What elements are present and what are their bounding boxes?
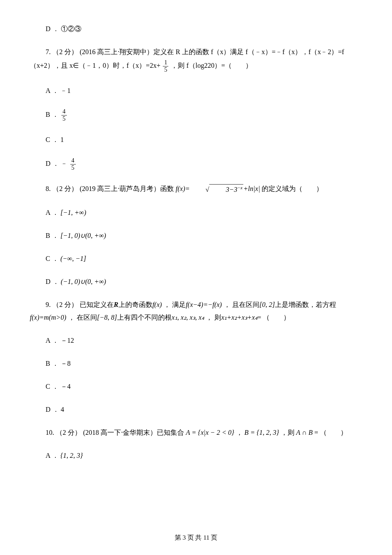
q9-roots: x₁, x₂, x₃, x₄ [172,314,204,321]
q7-d-frac: 4 5 [70,158,76,171]
q8-a-expr: [−1, +∞) [61,209,86,216]
q7-d-label: D ． ﹣ [46,160,69,167]
q7-line1: 7. （2 分） (2016 高三上·翔安期中）定义在 R 上的函数 f（x）满… [30,47,362,57]
q10-option-a: A ． {1, 2, 3} [30,451,362,461]
q7-d-num: 4 [70,158,76,165]
q8-a-label: A ． [46,209,61,216]
q8-option-b: B ． [−1, 0)∪(0, +∞) [30,231,362,241]
q7-line2: （x+2），且 x∈（﹣1，0）时，f（x）=2x+ 1 5 ，则 f（log2… [30,60,362,73]
q9-option-c: C ． －4 [30,382,362,392]
q9-sum: x₁+x₂+x₃+x₄ [221,314,257,321]
q8-b-label: B ． [46,232,61,239]
q8-sqrt-inner: 3−3 [226,186,237,193]
q7-line2-b: ，则 f（log220）=（ ） [171,62,252,69]
q9-l2-d: ， 则 [204,314,221,321]
q7-option-c: C ． 1 [30,135,362,145]
q8-c-expr: (−∞, −1] [61,255,86,262]
q10-B-expr: B = {1, 2, 3} [245,429,279,436]
q7-frac-den: 5 [163,66,168,73]
q9-l1-c: ， 满足 [162,301,186,308]
q8-option-c: C ． (−∞, −1] [30,254,362,264]
q9-eq: f(x)=m(m>0) [30,314,66,321]
q8-d-label: D ． [46,278,61,285]
q9-R: R [114,301,118,308]
q9-option-b: B ． －8 [30,358,362,369]
q10-a-label: A ． [46,452,61,459]
q8-line-a: 8. （2 分） (2019 高三上·葫芦岛月考）函数 [46,185,176,192]
q10-line: 10. （2 分） (2018 高一下·金华期末）已知集合 A = {x|x −… [30,428,362,438]
q9-int88: [−8, 8] [97,314,117,321]
q10-A-expr: A = {x|x − 2 < 0} [186,429,234,436]
question-9: 9. （2 分） 已知定义在R上的奇函数f(x) ， 满足f(x−4)=−f(x… [30,300,362,323]
q8-b-expr: [−1, 0)∪(0, +∞) [61,232,106,239]
q8-fx: f(x)= [176,185,190,192]
q9-l1-d: ， 且在区间 [222,301,259,308]
q7-option-d: D ． ﹣ 4 5 [30,158,362,171]
q10-sep: ， [236,429,245,436]
q7-b-num: 4 [61,109,67,116]
q9-option-d: D ． 4 [30,405,362,415]
q7-b-label: B ． [46,111,61,118]
q8-sqrt-exp: −x [237,185,242,190]
q8-plus: +ln|x| [243,185,260,192]
q9-l2-b: ， 在区间 [66,314,97,321]
q7-frac-1-5: 1 5 [163,60,168,73]
q9-line1: 9. （2 分） 已知定义在R上的奇函数f(x) ， 满足f(x−4)=−f(x… [30,300,362,310]
q9-int02: [0, 2] [259,301,275,308]
q10-line-c: = （ ） [314,429,347,436]
q8-d-expr: (−1, 0)∪(0, +∞) [61,278,106,285]
q7-option-a: A ． ﹣1 [30,86,362,96]
q7-frac-num: 1 [163,60,168,66]
q8-line-b: 的定义域为（ ） [262,185,323,192]
q7-option-b: B ． 4 5 [30,109,362,122]
q9-l1-b: 上的奇函数 [118,301,153,308]
q8-c-label: C ． [46,255,61,262]
q9-line2: f(x)=m(m>0) ， 在区间[−8, 8]上有四个不同的根x₁, x₂, … [30,312,362,323]
q9-option-a: A ． －12 [30,335,362,346]
q10-line-a: 10. （2 分） (2018 高一下·金华期末）已知集合 [46,429,186,436]
page: D ． ①②③ 7. （2 分） (2016 高三上·翔安期中）定义在 R 上的… [0,0,392,555]
q8-option-d: D ． (−1, 0)∪(0, +∞) [30,277,362,287]
q7-line2-a: （x+2），且 x∈（﹣1，0）时，f（x）=2x+ [30,62,162,69]
q10-a-expr: {1, 2, 3} [61,452,83,459]
q10-line-b: ，则 [281,429,296,436]
sqrt-icon: √3−3−x [190,184,243,195]
option-d-previous: D ． ①②③ [30,24,362,34]
q8-func-expr: f(x)=√3−3−x+ln|x| [176,185,262,192]
question-10: 10. （2 分） (2018 高一下·金华期末）已知集合 A = {x|x −… [30,428,362,438]
q9-l2-c: 上有四个不同的根 [117,314,172,321]
question-7: 7. （2 分） (2016 高三上·翔安期中）定义在 R 上的函数 f（x）满… [30,47,362,73]
question-8: 8. （2 分） (2019 高三上·葫芦岛月考）函数 f(x)=√3−3−x+… [30,184,362,195]
q9-l2-e: = （ ） [257,314,290,321]
q8-option-a: A ． [−1, +∞) [30,208,362,218]
q9-fx: f(x) [153,301,162,308]
page-footer: 第 3 页 共 11 页 [0,533,392,543]
q7-b-den: 5 [61,116,67,122]
q10-AB: A ∩ B [296,429,313,436]
q9-l1-a: 9. （2 分） 已知定义在 [46,301,114,308]
q7-d-den: 5 [70,165,76,171]
q7-b-frac: 4 5 [61,109,67,122]
q9-fxm4: f(x−4)=−f(x) [186,301,222,308]
q8-line: 8. （2 分） (2019 高三上·葫芦岛月考）函数 f(x)=√3−3−x+… [30,184,362,195]
q9-l1-e: 上是增函数，若方程 [275,301,336,308]
